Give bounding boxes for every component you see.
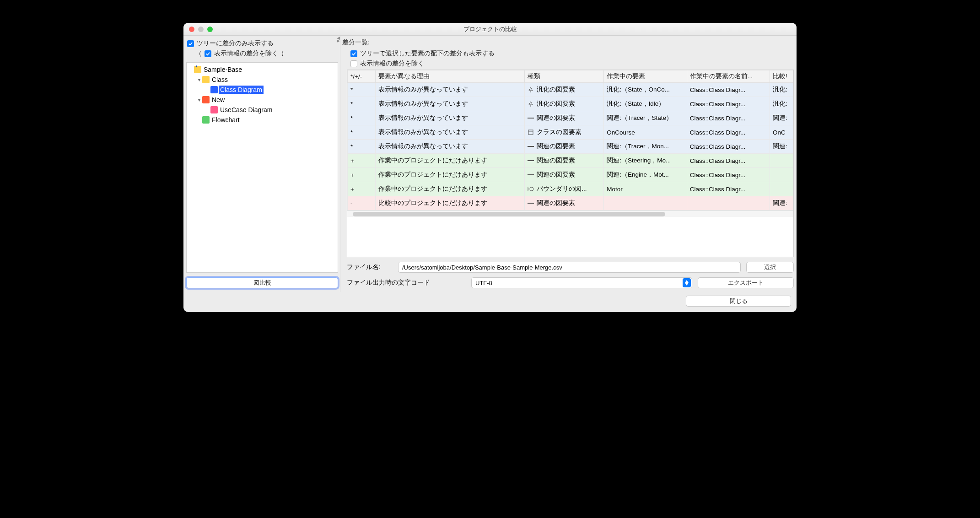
diff-table[interactable]: */+/-要素が異なる理由種類作業中の要素作業中の要素の名前...比較! *表示… xyxy=(347,70,794,257)
gen-icon xyxy=(528,101,534,107)
show-diff-only-checkbox[interactable] xyxy=(187,40,194,47)
disclosure-icon[interactable]: ▾ xyxy=(196,97,202,103)
maximize-window-button[interactable] xyxy=(207,27,213,32)
table-cell: Class::Class Diagr... xyxy=(687,140,770,154)
encoding-label: ファイル出力時の文字コード xyxy=(347,279,466,287)
gen-icon xyxy=(528,86,534,93)
assoc-icon xyxy=(528,115,534,121)
assoc-icon xyxy=(528,172,534,178)
table-cell: 関連:（Tracer，State） xyxy=(604,111,687,125)
show-children-diff-checkbox[interactable] xyxy=(350,50,357,57)
table-cell: * xyxy=(348,97,376,111)
table-cell: 関連の図要素 xyxy=(525,196,604,210)
table-cell: 汎化: xyxy=(770,97,793,111)
table-cell: 関連の図要素 xyxy=(525,140,604,154)
table-cell: Class::Class Diagr... xyxy=(687,125,770,140)
exclude-display-diff-right-checkbox[interactable] xyxy=(350,60,357,67)
table-cell: * xyxy=(348,111,376,125)
table-cell: Class::Class Diagr... xyxy=(687,182,770,196)
usecase-icon xyxy=(210,106,218,113)
select-arrows-icon xyxy=(683,278,691,287)
horizontal-scrollbar[interactable] xyxy=(347,210,793,217)
window-title: プロジェクトの比較 xyxy=(183,25,797,33)
classd-icon xyxy=(210,86,218,93)
column-header[interactable]: */+/- xyxy=(348,70,376,83)
table-cell: 関連の図要素 xyxy=(525,111,604,125)
table-cell: 関連: xyxy=(770,111,793,125)
column-header[interactable]: 種類 xyxy=(525,70,604,83)
file-name-input[interactable] xyxy=(398,262,741,273)
table-row[interactable]: +作業中のプロジェクトにだけあります関連の図要素関連:（Engine，Mot..… xyxy=(348,168,793,182)
table-row[interactable]: +作業中のプロジェクトにだけありますバウンダリの図...MotorClass::… xyxy=(348,182,793,196)
paren-close: ） xyxy=(281,49,287,58)
tree-item[interactable]: UseCase Diagram xyxy=(188,105,337,115)
scrollbar-thumb[interactable] xyxy=(353,212,665,216)
table-row[interactable]: *表示情報のみが異なっていますクラスの図要素OnCourseClass::Cla… xyxy=(348,125,793,140)
table-row[interactable]: *表示情報のみが異なっています関連の図要素関連:（Tracer，State）Cl… xyxy=(348,111,793,125)
table-cell: Class::Class Diagr... xyxy=(687,111,770,125)
svg-rect-3 xyxy=(528,130,533,135)
column-header[interactable]: 作業中の要素 xyxy=(604,70,687,83)
table-cell: 関連: xyxy=(770,196,793,210)
disclosure-icon[interactable]: ▾ xyxy=(196,77,202,82)
close-window-button[interactable] xyxy=(189,27,194,32)
tree-item[interactable]: Class Diagram xyxy=(188,85,337,95)
tree-view[interactable]: Sample-Base▾ClassClass Diagram▾NewUseCas… xyxy=(186,62,338,273)
table-cell: 表示情報のみが異なっています xyxy=(376,83,525,97)
left-pane: ツリーに差分のみ表示する （ 表示情報の差分を除く ） Sample-Base▾… xyxy=(183,36,340,292)
bound-icon xyxy=(528,186,534,192)
close-button[interactable]: 閉じる xyxy=(686,296,791,307)
table-row[interactable]: +作業中のプロジェクトにだけあります関連の図要素関連:（Steering，Mo.… xyxy=(348,154,793,168)
table-cell xyxy=(604,196,687,210)
tree-item[interactable]: ▾Class xyxy=(188,75,337,85)
tree-item[interactable]: Sample-Base xyxy=(188,65,337,75)
tree-item[interactable]: ▾New xyxy=(188,95,337,105)
column-header[interactable]: 作業中の要素の名前... xyxy=(687,70,770,83)
show-diff-only-label: ツリーに差分のみ表示する xyxy=(197,39,274,48)
table-row[interactable]: -比較中のプロジェクトにだけあります関連の図要素関連: xyxy=(348,196,793,210)
table-cell: 汎化:（State，OnCo... xyxy=(604,83,687,97)
column-header[interactable]: 比較! xyxy=(770,70,793,83)
tree-item-label: Class xyxy=(210,76,229,84)
export-button[interactable]: エクスポート xyxy=(698,277,794,288)
diff-list-label: 差分一覧: xyxy=(342,38,794,47)
table-row[interactable]: *表示情報のみが異なっています汎化の図要素汎化:（State，OnCo...Cl… xyxy=(348,83,793,97)
column-header[interactable]: 要素が異なる理由 xyxy=(376,70,525,83)
table-cell: 作業中のプロジェクトにだけあります xyxy=(376,154,525,168)
table-cell: クラスの図要素 xyxy=(525,125,604,140)
titlebar: プロジェクトの比較 xyxy=(183,23,797,36)
table-cell: + xyxy=(348,154,376,168)
table-cell: 汎化の図要素 xyxy=(525,97,604,111)
tree-item-label: UseCase Diagram xyxy=(219,106,274,114)
tree-item-label: New xyxy=(210,96,226,104)
table-cell: 汎化の図要素 xyxy=(525,83,604,97)
svg-point-10 xyxy=(530,187,533,191)
exclude-display-diff-right-label: 表示情報の差分を除く xyxy=(360,59,424,68)
table-cell: + xyxy=(348,168,376,182)
table-cell: 表示情報のみが異なっています xyxy=(376,111,525,125)
table-cell: OnCourse xyxy=(604,125,687,140)
exclude-display-diff-checkbox[interactable] xyxy=(205,50,211,57)
select-file-button[interactable]: 選択 xyxy=(746,262,794,273)
compare-diagram-button[interactable]: 図比較 xyxy=(186,277,338,288)
table-cell: 表示情報のみが異なっています xyxy=(376,97,525,111)
table-cell: Class::Class Diagr... xyxy=(687,97,770,111)
splitter-icon[interactable]: ◀▶ xyxy=(337,37,339,42)
table-cell: 作業中のプロジェクトにだけあります xyxy=(376,168,525,182)
paren-open: （ xyxy=(195,49,202,58)
table-row[interactable]: *表示情報のみが異なっています汎化の図要素汎化:（State，Idle）Clas… xyxy=(348,97,793,111)
assoc-icon xyxy=(528,200,534,206)
table-row[interactable]: *表示情報のみが異なっています関連の図要素関連:（Tracer，Mon...Cl… xyxy=(348,140,793,154)
table-cell: 比較中のプロジェクトにだけあります xyxy=(376,196,525,210)
folder-icon xyxy=(202,76,210,83)
table-cell: 表示情報のみが異なっています xyxy=(376,140,525,154)
table-cell: 表示情報のみが異なっています xyxy=(376,125,525,140)
table-cell: - xyxy=(348,196,376,210)
encoding-value: UTF-8 xyxy=(475,280,492,286)
table-cell: + xyxy=(348,182,376,196)
show-children-diff-label: ツリーで選択した要素の配下の差分も表示する xyxy=(360,49,495,58)
minimize-window-button[interactable] xyxy=(198,27,204,32)
encoding-select[interactable]: UTF-8 xyxy=(471,277,692,288)
table-cell xyxy=(770,168,793,182)
tree-item[interactable]: Flowchart xyxy=(188,115,337,125)
